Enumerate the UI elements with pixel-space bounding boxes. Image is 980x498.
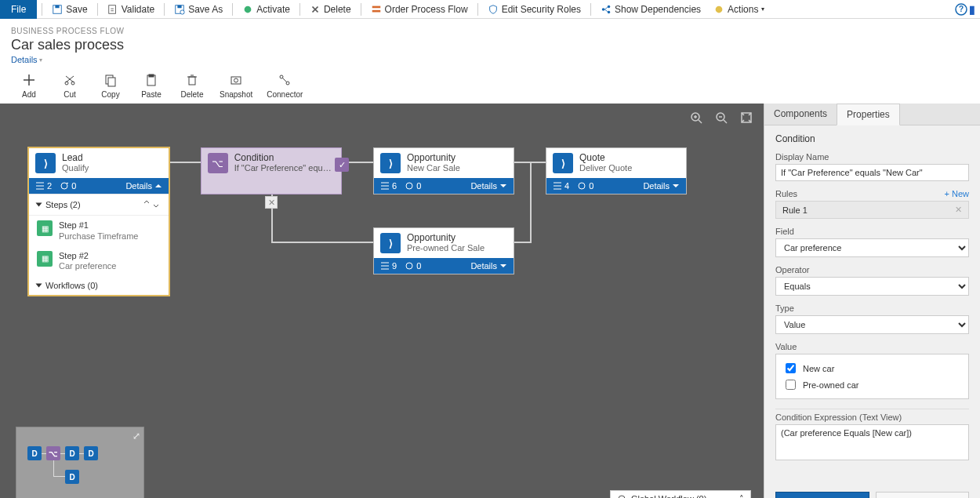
checkbox-newcar[interactable]	[786, 363, 796, 373]
snapshot-icon	[229, 73, 243, 87]
copy-label: Copy	[101, 90, 119, 99]
delete-icon	[310, 4, 321, 15]
add-label: Add	[22, 90, 36, 99]
cut-icon	[63, 73, 77, 87]
svg-rect-21	[189, 77, 195, 85]
activate-button[interactable]: Activate	[238, 0, 295, 19]
remove-rule-icon[interactable]: ✕	[955, 205, 962, 215]
tab-components[interactable]: Components	[764, 104, 837, 125]
loops-count: 0	[405, 181, 421, 191]
step-field: Purchase Timeframe	[59, 231, 138, 242]
svg-rect-1	[56, 5, 60, 8]
snapshot-button[interactable]: Snapshot	[220, 73, 252, 99]
help-button[interactable]: ? ▮	[955, 3, 975, 16]
steps-num: 6	[392, 181, 397, 191]
minimap[interactable]: ⤢ D ⌥ D D D	[16, 427, 144, 498]
validate-button[interactable]: Validate	[103, 0, 159, 19]
stage-quote[interactable]: ⟩ Quote Deliver Quote 4 0 Details	[546, 147, 687, 194]
type-label: Type	[775, 304, 969, 313]
fit-icon[interactable]	[740, 111, 753, 124]
step-icon: ▦	[37, 251, 53, 267]
actions-label: Actions	[728, 0, 758, 19]
delete-button-ribbon[interactable]: Delete	[305, 0, 356, 19]
reorder-buttons[interactable]	[142, 199, 161, 210]
field-select[interactable]: Car preference	[775, 238, 969, 257]
connector-button[interactable]: Connector	[267, 73, 303, 99]
loops-count: 0	[577, 181, 593, 191]
rule-row[interactable]: Rule 1 ✕	[775, 201, 969, 219]
connector-line	[514, 242, 530, 243]
svg-rect-8	[372, 9, 380, 12]
page-title: Car sales process	[11, 37, 969, 53]
details-toggle[interactable]: Details	[125, 181, 162, 191]
tab-properties[interactable]: Properties	[837, 104, 900, 125]
operator-select[interactable]: Equals	[775, 277, 969, 296]
stage-title: Opportunity	[407, 233, 485, 243]
workflows-header: Workflows (0)	[45, 281, 98, 290]
steps-count: 4	[553, 181, 569, 191]
chevron-down-icon: ▾	[761, 0, 764, 19]
order-process-button[interactable]: Order Process Flow	[366, 0, 473, 19]
steps-num: 9	[392, 261, 397, 271]
top-ribbon: File Save Validate Save As Activate Dele…	[0, 0, 980, 19]
details-toggle[interactable]: Details	[470, 261, 507, 271]
condition-false-handle[interactable]: ✕	[265, 196, 278, 209]
type-select[interactable]: Value	[775, 315, 969, 334]
stage-lead[interactable]: ⟩ Lead Qualify 2 0 Details Steps (2)	[28, 147, 169, 296]
steps-num: 2	[47, 181, 52, 191]
help-icon: ?	[955, 3, 967, 16]
file-menu[interactable]: File	[0, 0, 37, 19]
canvas-toolbar: Add Cut Copy Paste Delete Snapshot Conne…	[0, 65, 980, 104]
save-as-button[interactable]: Save As	[169, 0, 227, 19]
checkbox-preowned[interactable]	[786, 380, 796, 390]
save-button[interactable]: Save	[47, 0, 92, 19]
delete-button[interactable]: Delete	[179, 73, 205, 99]
step-field: Car preference	[59, 261, 116, 271]
step-item[interactable]: ▦ Step #2 Car preference	[29, 246, 169, 276]
zoom-out-icon[interactable]	[715, 111, 728, 124]
chevron-down-icon	[499, 182, 507, 190]
discard-button[interactable]	[876, 492, 970, 498]
paste-button[interactable]: Paste	[138, 73, 165, 99]
show-deps-button[interactable]: Show Dependencies	[596, 0, 706, 19]
actions-menu[interactable]: Actions ▾	[709, 0, 769, 19]
step-item[interactable]: ▦ Step #1 Purchase Timeframe	[29, 216, 169, 245]
details-toggle[interactable]: Details	[643, 181, 680, 191]
edit-security-button[interactable]: Edit Security Roles	[483, 0, 586, 19]
steps-header-row[interactable]: Steps (2)	[29, 194, 169, 216]
workflows-header-row[interactable]: Workflows (0)	[29, 276, 169, 295]
details-toggle[interactable]: Details	[470, 181, 507, 191]
display-name-input[interactable]	[775, 164, 969, 181]
svg-rect-20	[149, 75, 154, 77]
condition-true-handle[interactable]: ✓	[335, 158, 349, 172]
value-preowned-checkbox[interactable]: Pre-owned car	[782, 377, 962, 392]
chevron-down-icon	[499, 262, 507, 270]
apply-button[interactable]	[775, 492, 869, 498]
value-newcar-checkbox[interactable]: New car	[782, 361, 962, 376]
expand-icon[interactable]: ⤢	[132, 431, 140, 442]
stage-opportunity-preowned[interactable]: ⟩ Opportunity Pre-owned Car Sale 9 0 Det…	[373, 227, 514, 274]
stage-title: Opportunity	[407, 153, 460, 163]
connector-line	[271, 242, 373, 243]
loops-count: 0	[405, 261, 421, 271]
value-label: Value	[775, 342, 969, 351]
steps-header: Steps (2)	[45, 200, 81, 209]
stage-opportunity-new[interactable]: ⟩ Opportunity New Car Sale 6 0 Details	[373, 147, 514, 194]
new-rule-link[interactable]: + New	[945, 189, 970, 198]
stage-subtitle: Qualify	[62, 163, 89, 173]
security-icon	[488, 4, 499, 15]
cut-button[interactable]: Cut	[56, 73, 83, 99]
zoom-in-icon[interactable]	[690, 111, 702, 124]
steps-num: 4	[564, 181, 569, 191]
global-workflow-bar[interactable]: Global Workflow (0) ˄	[610, 490, 751, 498]
copy-button[interactable]: Copy	[97, 73, 124, 99]
design-canvas[interactable]: ⟩ Lead Qualify 2 0 Details Steps (2)	[0, 104, 764, 498]
condition-node[interactable]: ⌥ Condition If "Car Preference" equals "…	[201, 147, 342, 194]
stage-subtitle: Deliver Quote	[579, 163, 632, 173]
separator	[299, 3, 300, 16]
details-link[interactable]: Details ▾	[11, 55, 42, 64]
details-label: Details	[125, 181, 152, 191]
page-header: BUSINESS PROCESS FLOW Car sales process …	[0, 19, 980, 65]
stage-subtitle: Pre-owned Car Sale	[407, 243, 485, 253]
add-button[interactable]: Add	[16, 73, 42, 99]
